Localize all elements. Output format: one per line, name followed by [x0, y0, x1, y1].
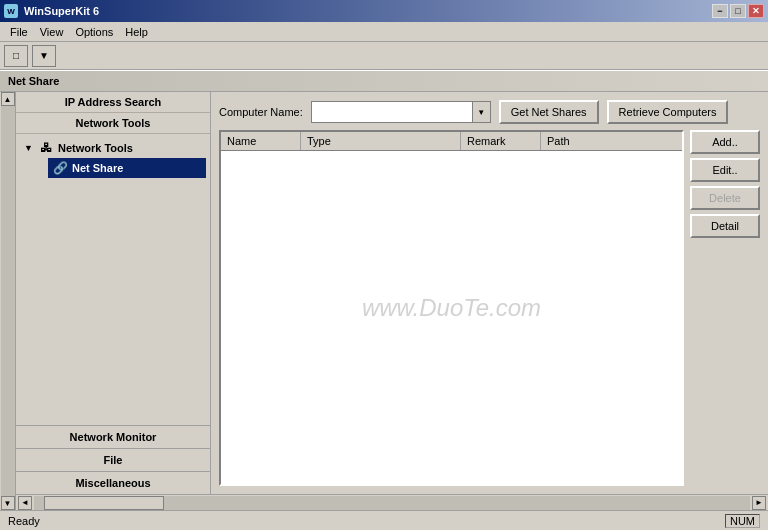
title-bar-buttons: − □ ✕	[712, 4, 764, 18]
computer-name-combo[interactable]: ▼	[311, 101, 491, 123]
watermark: www.DuoTe.com	[362, 294, 541, 322]
menu-view[interactable]: View	[34, 24, 70, 40]
maximize-button[interactable]: □	[730, 4, 746, 18]
menu-options[interactable]: Options	[69, 24, 119, 40]
close-button[interactable]: ✕	[748, 4, 764, 18]
app-title: WinSuperKit 6	[24, 5, 99, 17]
toolbar: □ ▼	[0, 42, 768, 70]
edit-button[interactable]: Edit..	[690, 158, 760, 182]
minimize-button[interactable]: −	[712, 4, 728, 18]
section-header: Net Share	[0, 70, 768, 92]
menu-bar: File View Options Help	[0, 22, 768, 42]
hscroll-thumb[interactable]	[44, 496, 164, 510]
col-remark[interactable]: Remark	[461, 132, 541, 150]
sidebar-file[interactable]: File	[16, 448, 210, 471]
tree-child-net-share[interactable]: 🔗 Net Share	[48, 158, 206, 178]
col-path[interactable]: Path	[541, 132, 682, 150]
vscroll-up[interactable]: ▲	[1, 92, 15, 106]
retrieve-computers-button[interactable]: Retrieve Computers	[607, 100, 729, 124]
hscroll-left-button[interactable]: ◄	[18, 496, 32, 510]
right-buttons: Add.. Edit.. Delete Detail	[690, 130, 760, 486]
left-vscroll: ▲ ▼	[0, 92, 16, 510]
hscroll-area: ◄ ►	[16, 494, 768, 510]
hscroll-right-button[interactable]: ►	[752, 496, 766, 510]
vscroll-track	[1, 106, 15, 496]
sidebar-item-network-tools[interactable]: Network Tools	[16, 113, 210, 134]
network-tools-icon: 🖧	[38, 140, 54, 156]
sidebar-item-ip-search[interactable]: IP Address Search	[16, 92, 210, 113]
main-layout: ▲ ▼ IP Address Search Network Tools ▼ 🖧 …	[0, 92, 768, 510]
col-name[interactable]: Name	[221, 132, 301, 150]
tree-root-item[interactable]: ▼ 🖧 Network Tools	[20, 138, 206, 158]
sidebar-network-monitor[interactable]: Network Monitor	[16, 425, 210, 448]
data-table: Name Type Remark Path www.DuoTe.com	[219, 130, 684, 486]
col-type[interactable]: Type	[301, 132, 461, 150]
get-net-shares-button[interactable]: Get Net Shares	[499, 100, 599, 124]
menu-file[interactable]: File	[4, 24, 34, 40]
menu-help[interactable]: Help	[119, 24, 154, 40]
section-title: Net Share	[8, 75, 59, 87]
sidebar-miscellaneous[interactable]: Miscellaneous	[16, 471, 210, 494]
detail-button[interactable]: Detail	[690, 214, 760, 238]
app-icon: W	[4, 4, 18, 18]
net-share-icon: 🔗	[52, 160, 68, 176]
add-button[interactable]: Add..	[690, 130, 760, 154]
tree-child-label: Net Share	[72, 162, 123, 174]
sidebar-bottom: Network Monitor File Miscellaneous	[16, 425, 210, 494]
computer-name-label: Computer Name:	[219, 106, 303, 118]
hscroll-track	[34, 496, 750, 510]
status-text: Ready	[8, 515, 40, 527]
tree-root-label: Network Tools	[58, 142, 133, 154]
expand-icon: ▼	[24, 143, 34, 153]
num-indicator: NUM	[725, 514, 760, 528]
title-bar: W WinSuperKit 6 − □ ✕	[0, 0, 768, 22]
combo-arrow[interactable]: ▼	[472, 102, 490, 122]
table-header: Name Type Remark Path	[221, 132, 682, 151]
middle-section: Name Type Remark Path www.DuoTe.com Add.…	[219, 130, 760, 486]
toolbar-button-1[interactable]: □	[4, 45, 28, 67]
title-bar-text: W WinSuperKit 6	[4, 4, 99, 18]
tree-area: ▼ 🖧 Network Tools 🔗 Net Share	[16, 134, 210, 425]
top-controls: Computer Name: ▼ Get Net Shares Retrieve…	[219, 100, 760, 124]
sidebar: IP Address Search Network Tools ▼ 🖧 Netw…	[16, 92, 211, 494]
toolbar-button-2[interactable]: ▼	[32, 45, 56, 67]
content-area: Computer Name: ▼ Get Net Shares Retrieve…	[211, 92, 768, 494]
status-bar: Ready NUM	[0, 510, 768, 530]
vscroll-down[interactable]: ▼	[1, 496, 15, 510]
delete-button[interactable]: Delete	[690, 186, 760, 210]
